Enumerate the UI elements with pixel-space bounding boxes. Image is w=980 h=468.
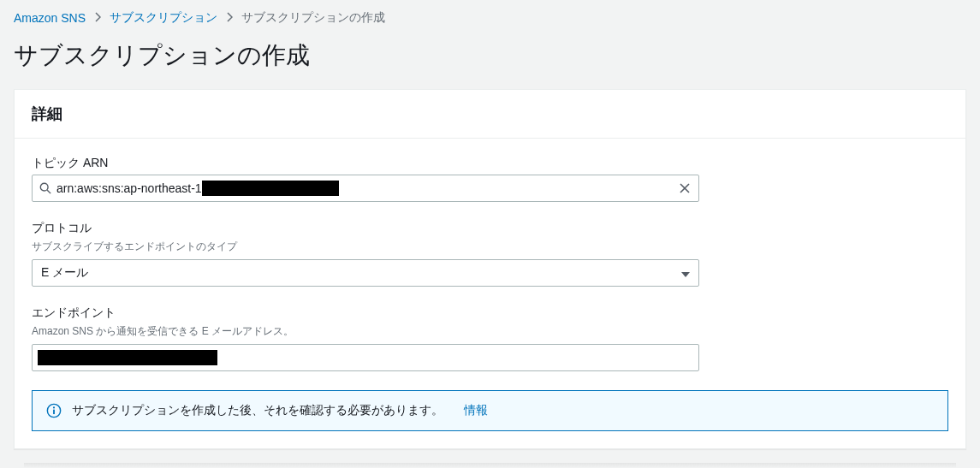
endpoint-field: エンドポイント Amazon SNS から通知を受信できる E メールアドレス。 [32,305,948,371]
info-icon [46,403,62,418]
caret-down-icon [681,266,690,280]
endpoint-redacted [38,350,217,365]
protocol-hint: サブスクライブするエンドポイントのタイプ [32,240,948,254]
protocol-label: プロトコル [32,221,948,236]
breadcrumb-subscriptions-link[interactable]: サブスクリプション [110,10,217,26]
endpoint-input-wrap[interactable] [32,344,699,371]
endpoint-label: エンドポイント [32,305,948,321]
info-text: サブスクリプションを作成した後、それを確認する必要があります。 [72,403,443,418]
protocol-select[interactable]: E メール [32,259,699,287]
svg-point-5 [53,406,55,408]
breadcrumb-current: サブスクリプションの作成 [241,10,385,26]
page-title: サブスクリプションの作成 [0,33,980,89]
clear-icon[interactable] [671,183,698,193]
panel-header: 詳細 [15,90,965,139]
search-icon [33,182,56,194]
details-panel: 詳細 トピック ARN arn:aws:sns:ap-northeast-1 プ… [14,89,966,449]
breadcrumb: Amazon SNS サブスクリプション サブスクリプションの作成 [0,0,980,33]
topic-arn-input-wrap[interactable]: arn:aws:sns:ap-northeast-1 [32,175,699,202]
topic-arn-field: トピック ARN arn:aws:sns:ap-northeast-1 [32,156,948,202]
endpoint-hint: Amazon SNS から通知を受信できる E メールアドレス。 [32,324,948,339]
topic-arn-label: トピック ARN [32,156,948,171]
svg-point-0 [40,183,48,191]
topic-arn-value-prefix: arn:aws:sns:ap-northeast-1 [56,181,202,195]
confirmation-info-box: サブスクリプションを作成した後、それを確認する必要があります。 情報 [32,390,948,431]
svg-rect-6 [53,410,55,414]
protocol-field: プロトコル サブスクライブするエンドポイントのタイプ E メール [32,221,948,287]
info-link[interactable]: 情報 [464,403,488,418]
topic-arn-redacted [202,181,339,196]
chevron-right-icon [226,11,233,25]
bottom-shadow [24,463,956,468]
protocol-selected-value: E メール [41,265,88,281]
chevron-right-icon [94,11,101,25]
svg-line-1 [47,190,50,193]
breadcrumb-root-link[interactable]: Amazon SNS [14,11,86,25]
